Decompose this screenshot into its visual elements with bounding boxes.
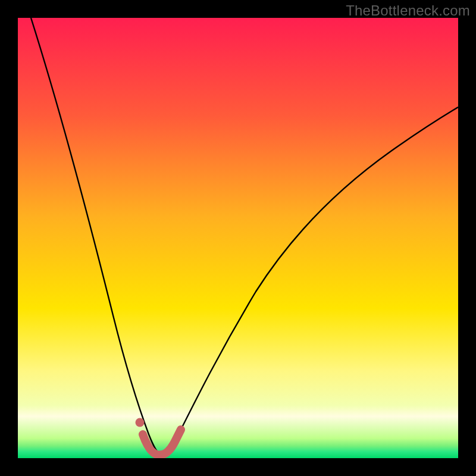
chart-plot-area [18,18,458,458]
bottleneck-curve [31,18,458,453]
chart-overlay [18,18,458,458]
highlight-dot [136,418,145,427]
watermark-text: TheBottleneck.com [346,2,470,19]
